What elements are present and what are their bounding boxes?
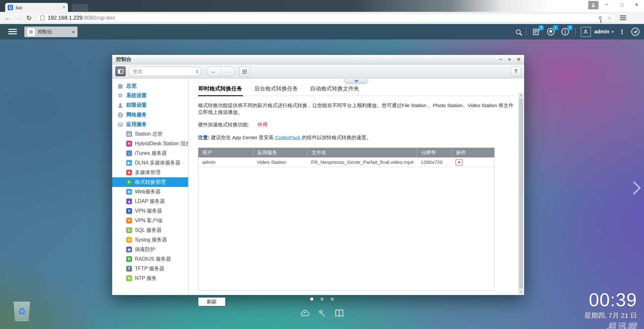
page-dot-1[interactable] [310, 298, 313, 301]
transcode-table: 用户 应用服务 文件名 分辨率 操作 admin Video Station F… [198, 148, 495, 291]
sidebar-item-multimedia[interactable]: ∗ 多媒体管理 [112, 168, 188, 177]
chevron-down-icon[interactable]: ▾ [612, 30, 614, 34]
page-dot-3[interactable] [331, 298, 334, 301]
app-drawer-icon [117, 122, 123, 128]
scrollbar-thumb[interactable] [519, 98, 523, 289]
username-label[interactable]: admin [594, 29, 609, 35]
qnap-topbar: ⚙ 控制台 × 3 1 [0, 24, 644, 39]
sql-icon: S [126, 227, 132, 233]
sidebar-group-overview[interactable]: ▦ 总览 [112, 81, 188, 91]
tab-realtime-transcode[interactable]: 即时格式转换任务 [198, 83, 243, 96]
table-row[interactable]: admin Video Station FR_Nespresso_Geste_P… [198, 157, 494, 167]
window-titlebar[interactable]: 控制台 − + × [112, 55, 524, 64]
panel-search-input[interactable] [133, 69, 196, 74]
panel-back-button[interactable]: ← [207, 67, 221, 76]
dashboard-gauge-icon[interactable] [631, 27, 640, 37]
browser-profile-button[interactable] [588, 1, 599, 9]
watermark: 易迅网 [585, 321, 637, 329]
sidebar-item-vpn-client[interactable]: V VPN 客户端 [112, 216, 188, 225]
gear-icon: ⚙ [27, 28, 35, 36]
browser-tab[interactable]: Q luo × [5, 3, 68, 12]
browser-refresh-button[interactable]: ↻ [26, 14, 32, 22]
syslog-icon: ✉ [126, 237, 132, 243]
table-empty-area [198, 167, 494, 290]
vertical-scrollbar[interactable]: ▲ ▼ [518, 93, 524, 294]
tools-hammer-icon[interactable] [318, 309, 327, 318]
radius-icon: R [126, 256, 132, 262]
note-label: 注意: [198, 135, 210, 140]
delete-task-button[interactable]: × [456, 159, 463, 165]
browser-menu-icon[interactable] [620, 15, 626, 16]
main-menu-icon[interactable] [8, 29, 17, 30]
browser-back-button[interactable]: ← [4, 14, 11, 21]
page-dot-2[interactable] [320, 298, 324, 301]
sidebar-item-antivirus[interactable]: ◉ 病毒防护 [112, 245, 188, 254]
panel-forward-button[interactable]: → [221, 67, 235, 76]
window-close-button[interactable]: × [629, 0, 644, 10]
sidebar-item-ldap[interactable]: ▲ LDAP 服务器 [112, 197, 188, 206]
clock-time: 00:39 [585, 289, 637, 310]
itunes-icon: ♪ [126, 150, 132, 156]
tab-close-icon[interactable]: × [62, 4, 65, 10]
sidebar-item-sql[interactable]: S SQL 服务器 [112, 225, 188, 235]
transcode-description: 格式转换功能提供将不同的影片格式进行格式转换，让您能在不同平台上顺利播放。您可通… [198, 102, 515, 116]
sidebar-item-vpn-server[interactable]: V VPN 服务器 [112, 206, 188, 216]
sidebar-group-system[interactable]: ⚙ 系统设置 [112, 91, 188, 100]
cell-user: admin [198, 157, 253, 167]
taskbar-tab-close-icon[interactable]: × [72, 29, 75, 35]
hw-accel-label: 硬件加速格式转换功能: [198, 122, 249, 127]
sidebar-item-dlna[interactable]: ▶ DLNA 多媒体服务器 [112, 158, 188, 168]
refresh-button[interactable]: 刷新 [198, 297, 226, 306]
panel-close-icon[interactable]: × [517, 56, 520, 63]
ntp-icon: N [126, 275, 132, 281]
sidebar-group-privilege[interactable]: 权限设置 [112, 100, 188, 110]
station-manager-icon: ▤ [126, 131, 132, 137]
panel-minimize-icon[interactable]: − [499, 56, 502, 63]
panel-search-box[interactable] [128, 67, 201, 76]
sidebar-group-applications[interactable]: 应用服务 [112, 120, 188, 129]
col-user: 用户 [198, 148, 253, 157]
alerts-button[interactable]: 1 [546, 27, 555, 36]
browser-forward-button[interactable]: → [15, 14, 22, 21]
bookmark-star-icon[interactable]: ☆ [607, 14, 612, 21]
cell-filename: FR_Nespresso_Geste_Parfait_final.video.m… [307, 157, 417, 167]
window-minimize-button[interactable]: − [599, 0, 614, 10]
collapse-panel-button[interactable] [344, 79, 368, 84]
sidebar-item-radius[interactable]: R RADIUS 服务器 [112, 254, 188, 264]
taskbar-tab-label: 控制台 [38, 29, 69, 35]
user-avatar[interactable] [581, 27, 591, 37]
myqnapcloud-icon[interactable] [300, 309, 310, 318]
sidebar-item-station-manager[interactable]: ▤ Station 总管 [112, 129, 188, 139]
codexpack-link[interactable]: CodexPack [275, 135, 300, 140]
next-desktop-arrow-icon[interactable] [627, 181, 641, 195]
sidebar-item-itunes[interactable]: ♪ iTunes 服务器 [112, 148, 188, 158]
sidebar-item-tftp[interactable]: T TFTP 服务器 [112, 264, 188, 274]
sidebar-item-transcode[interactable]: ↻ 格式转换管理 [112, 177, 188, 187]
password-key-icon[interactable] [599, 16, 602, 19]
taskbar-tab-controlpanel[interactable]: ⚙ 控制台 × [24, 27, 78, 37]
sidebar-group-network[interactable]: 网络服务 [112, 110, 188, 120]
sidebar-item-ntp[interactable]: N NTP 服务 [112, 274, 188, 283]
more-options-icon[interactable]: ⋮ [619, 28, 625, 36]
help-button[interactable]: ? [511, 67, 521, 76]
tab-background-transcode[interactable]: 后台格式转换任务 [254, 83, 299, 96]
search-icon [196, 70, 198, 73]
window-maximize-button[interactable]: □ [615, 0, 629, 10]
recycle-bin[interactable]: ♻ [13, 302, 31, 321]
scroll-up-icon[interactable]: ▲ [518, 93, 524, 98]
url-input[interactable]: 192.168.1.229:8080/cgi-bin/ ☆ [36, 13, 616, 22]
notifications-button[interactable]: 2 [561, 27, 570, 36]
tab-auto-transcode-folder[interactable]: 自动格式转换文件夹 [310, 83, 360, 96]
search-icon[interactable] [516, 30, 521, 34]
background-tasks-button[interactable]: 3 [532, 27, 541, 36]
panel-maximize-icon[interactable]: + [508, 56, 511, 63]
view-grid-button[interactable] [239, 66, 250, 76]
sidebar-toggle-button[interactable] [115, 66, 126, 76]
new-tab-button[interactable] [72, 4, 88, 12]
sidebar-item-hybriddesk[interactable]: H HybridDesk Station 混合桌面... [112, 139, 188, 148]
sidebar-item-web-server[interactable]: ⊕ Web服务器 [112, 187, 188, 197]
sidebar-item-syslog[interactable]: ✉ Syslog 服务器 [112, 235, 188, 245]
tasks-badge: 3 [539, 25, 544, 30]
book-icon[interactable] [334, 309, 344, 318]
scroll-down-icon[interactable]: ▼ [518, 289, 524, 294]
